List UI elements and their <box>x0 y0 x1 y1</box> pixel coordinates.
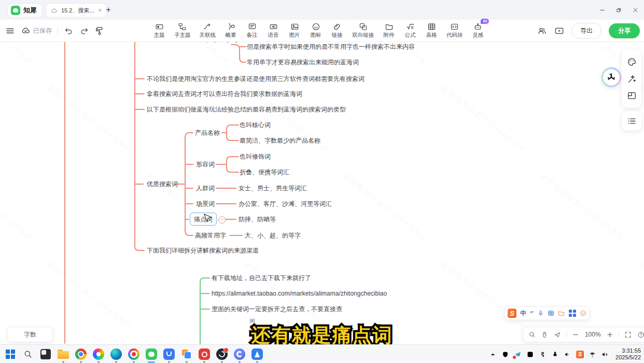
word-count-pill[interactable]: 字数 <box>7 327 53 342</box>
collaborate-icon[interactable] <box>537 26 547 36</box>
node-fold-portable[interactable]: 折叠、便携等词汇 <box>240 168 289 176</box>
node-adjective[interactable]: 形容词 <box>196 160 215 169</box>
share-button[interactable]: 分享 <box>609 23 640 38</box>
toolbar-item-table[interactable]: 表格 <box>425 22 438 39</box>
toolbar-item-summary[interactable]: 概要 <box>225 22 237 39</box>
toolbar-item-link[interactable]: 链接 <box>331 22 343 39</box>
tray-volume-icon[interactable] <box>601 351 609 358</box>
ai-assistant-button[interactable] <box>601 67 621 87</box>
node-modifier-word[interactable]: 也叫修饰词 <box>240 152 271 161</box>
collapse-button[interactable]: − <box>218 216 226 224</box>
close-button[interactable] <box>626 0 644 20</box>
toolbar-item-image[interactable]: 图片 <box>288 22 301 39</box>
toolbar-item-topic[interactable]: 主题 <box>153 22 165 39</box>
ime-emoji-icon[interactable] <box>580 310 586 317</box>
outline-icon[interactable] <box>627 116 637 126</box>
node-download-url[interactable]: https://alimarket.taobao.com/markets/ali… <box>212 289 387 298</box>
presentation-icon[interactable] <box>554 26 564 36</box>
tray-audio-device-icon[interactable] <box>564 351 571 358</box>
help-icon[interactable] <box>637 331 644 339</box>
taskbar-app-c[interactable] <box>233 348 246 360</box>
tray-telegram-icon[interactable] <box>514 351 522 358</box>
taskbar-app-t[interactable] <box>251 348 263 360</box>
toolbar-item-subtopic[interactable]: 子主题 <box>174 22 191 39</box>
undo-icon[interactable] <box>64 26 74 36</box>
new-tab-button[interactable]: + <box>103 4 114 16</box>
taskbar-zhixi-active[interactable] <box>145 348 158 360</box>
taskbar-browser-2[interactable] <box>92 348 105 360</box>
taskbar-search-button[interactable] <box>22 348 34 360</box>
ime-language-toggle[interactable]: 中 <box>520 309 526 318</box>
node-quality-words[interactable]: 优质搜索词 <box>147 180 178 188</box>
start-button[interactable] <box>4 348 17 360</box>
node-product-name[interactable]: 产品名称 <box>195 129 220 137</box>
ime-mic-icon[interactable] <box>537 310 544 317</box>
mouse-mode-icon[interactable] <box>541 331 548 339</box>
redo-icon[interactable] <box>79 26 89 36</box>
toolbar-item-code-block[interactable]: 代码块 <box>446 22 463 39</box>
locate-icon[interactable] <box>554 331 561 339</box>
zoom-out-icon[interactable] <box>572 331 579 339</box>
taskbar-app-o[interactable] <box>198 348 211 360</box>
tray-microphone-icon[interactable] <box>551 351 559 358</box>
node-scene-examples[interactable]: 办公室、客厅、沙滩、河里等词汇 <box>239 200 332 208</box>
format-painter-icon[interactable] <box>95 26 105 36</box>
taskbar-obs[interactable] <box>216 348 228 360</box>
ime-toolbox-icon[interactable] <box>569 310 576 317</box>
toolbar-item-note[interactable]: 备注 <box>246 22 258 39</box>
layout-icon[interactable] <box>627 91 637 101</box>
toolbar-item-inspiration[interactable]: AI灵感 <box>472 22 484 39</box>
mindmap-canvas[interactable]: 老范电商社群PDSFANSIK老范电商社群PDSFANSIK老范电商社群PDSF… <box>0 41 644 344</box>
taskbar-chrome[interactable] <box>75 348 87 360</box>
tray-expand-icon[interactable] <box>489 351 497 358</box>
toolbar-item-relation-line[interactable]: 关联线 <box>200 22 216 39</box>
node-pain-examples[interactable]: 防摔、防晒等 <box>239 215 276 224</box>
node-types-intro[interactable]: 以下是根据咱们做蓝海玩法经验总结的最容易查到蓝海词的搜索词的类型 <box>147 105 346 114</box>
theme-palette-icon[interactable] <box>627 57 637 67</box>
node-high-freq-examples[interactable]: 大、小、超、的等字 <box>245 231 301 240</box>
node-single-char-warn[interactable]: 但是搜索单字时如果使用的是不常用字也一样搜索不出来内容 <box>247 43 415 51</box>
taskbar-clock[interactable]: 3:31:55 2025/5/22 <box>615 347 641 361</box>
canvas-search-icon[interactable] <box>528 331 536 339</box>
taskbar-snip-app[interactable] <box>39 348 52 360</box>
tray-bluetooth-icon[interactable] <box>539 351 547 358</box>
node-shortest-name[interactable]: 最简洁、字数最少的产品名称 <box>240 136 320 145</box>
node-source-intro[interactable]: 下面我们详细拆分讲解搜索词的来源渠道 <box>147 246 259 255</box>
taskbar-docs-app[interactable] <box>180 348 193 360</box>
tab-close-icon[interactable]: × <box>99 7 102 14</box>
node-crowd-examples[interactable]: 女士、男士、男生等词汇 <box>239 184 307 192</box>
export-button[interactable]: 导出 <box>571 23 601 39</box>
taskbar-media-app[interactable] <box>128 348 140 360</box>
node-single-char-common[interactable]: 常用单字才更容易搜索出来能用的蓝海词 <box>247 58 359 66</box>
taskbar-file-explorer[interactable] <box>57 348 69 360</box>
node-split-keywords[interactable]: 里面的关键词一定要拆开之后去查，不要直接查 <box>212 305 342 313</box>
document-tab[interactable]: 15.2、搜索... × <box>46 3 107 18</box>
taskbar-edge[interactable] <box>110 348 122 360</box>
node-core-word[interactable]: 也叫核心词 <box>240 121 271 129</box>
toolbar-item-sticker[interactable]: 图标 <box>310 22 322 39</box>
node-need-search-words[interactable]: 不论我们是使用淘宝官方的生意参谋还是使用第三方软件查词都需要先有搜索词 <box>147 75 365 83</box>
taskbar-app-u[interactable] <box>163 348 175 360</box>
brand-tab[interactable]: 知犀 <box>7 3 43 18</box>
node-crowd-word[interactable]: 人群词 <box>196 184 215 192</box>
tray-wifi-icon[interactable] <box>589 351 596 358</box>
zoom-in-icon[interactable] <box>606 331 613 339</box>
restore-button[interactable] <box>610 0 627 20</box>
toolbar-item-formula[interactable]: 公式 <box>404 22 416 39</box>
tray-sync-app-icon[interactable] <box>526 351 534 358</box>
magic-wand-icon[interactable] <box>627 74 637 84</box>
menu-icon[interactable] <box>5 26 15 36</box>
minimize-button[interactable] <box>593 0 611 20</box>
zoom-level[interactable]: 100% <box>585 331 601 338</box>
ime-punctuation-toggle[interactable]: °' <box>530 311 533 316</box>
fullscreen-icon[interactable] <box>624 331 632 339</box>
toolbar-item-attachment[interactable]: 附件 <box>383 22 395 39</box>
node-download-addr[interactable]: 有下载地址，自己去下载下来就行了 <box>212 274 311 282</box>
sogou-logo-icon[interactable]: S <box>508 309 516 318</box>
toolbar-item-bi-link[interactable]: 双向链接 <box>352 22 374 39</box>
tray-sogou-icon[interactable]: S <box>576 351 584 358</box>
ime-skin-icon[interactable] <box>558 310 565 317</box>
toolbar-item-voice[interactable]: 语音 <box>267 22 279 39</box>
node-scene-word[interactable]: 场景词 <box>196 200 215 208</box>
node-high-freq[interactable]: 高频常用字 <box>195 231 226 240</box>
